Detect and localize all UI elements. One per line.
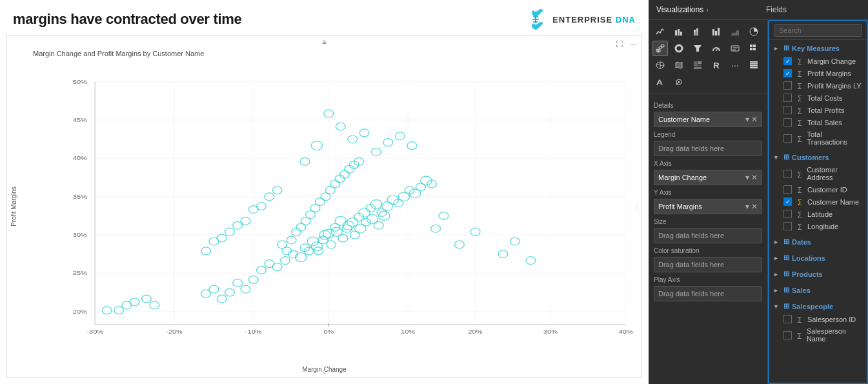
viz-icon-filled-map[interactable] bbox=[671, 57, 687, 73]
field-item-salesperson-id[interactable]: ∑ Salesperson ID bbox=[769, 313, 867, 325]
viz-icon-matrix[interactable] bbox=[746, 41, 762, 56]
viz-icon-pie[interactable] bbox=[746, 24, 762, 39]
fields-search-input[interactable] bbox=[774, 24, 862, 37]
svg-text:-30%: -30% bbox=[86, 328, 103, 335]
checkbox-total-profits[interactable] bbox=[783, 106, 792, 114]
size-drop-zone[interactable]: Drag data fields here bbox=[654, 228, 762, 243]
field-item-total-profits[interactable]: ∑ Total Profits bbox=[769, 104, 867, 116]
checkbox-latitude[interactable] bbox=[783, 210, 792, 218]
field-group-salespeople: ▾ ⊞ Salespeople ∑ Salesperson ID ∑ bbox=[769, 298, 867, 346]
fields-label: Fields bbox=[766, 5, 787, 14]
fields-tab[interactable]: Fields bbox=[758, 0, 868, 19]
viz-icon-area[interactable] bbox=[727, 24, 743, 39]
svg-text:20%: 20% bbox=[468, 328, 482, 335]
checkbox-customer-name[interactable] bbox=[783, 197, 792, 206]
field-group-header-salespeople[interactable]: ▾ ⊞ Salespeople bbox=[769, 299, 867, 313]
field-group-header-locations[interactable]: ▸ ⊞ Locations bbox=[769, 251, 867, 265]
legend-drop-zone[interactable]: Drag data fields here bbox=[654, 141, 762, 156]
viz-panel: R ··· Details Customer Name ▾ ✕ bbox=[649, 20, 768, 384]
field-group-dates: ▸ ⊞ Dates bbox=[769, 234, 867, 250]
viz-icon-r[interactable]: R bbox=[709, 57, 724, 73]
checkbox-margin-change[interactable] bbox=[783, 57, 792, 65]
viz-icon-column[interactable] bbox=[709, 24, 724, 39]
svg-rect-142 bbox=[696, 28, 698, 31]
details-field-zone[interactable]: Customer Name ▾ ✕ bbox=[654, 112, 762, 127]
field-item-profit-margins-ly[interactable]: ∑ Profit Margins LY bbox=[769, 79, 867, 92]
customers-label: Customers bbox=[792, 154, 829, 161]
svg-point-97 bbox=[209, 237, 219, 245]
svg-rect-157 bbox=[750, 45, 752, 47]
field-group-header-key-measures[interactable]: ▸ ⊞ Key Measures bbox=[769, 41, 867, 55]
field-item-longitude[interactable]: ∑ Longitude bbox=[769, 220, 867, 232]
field-group-header-products[interactable]: ▸ ⊞ Products bbox=[769, 267, 867, 281]
viz-icon-funnel[interactable] bbox=[690, 41, 705, 56]
viz-icon-format[interactable] bbox=[652, 74, 668, 90]
visualizations-tab[interactable]: Visualizations › bbox=[649, 0, 758, 19]
viz-icon-table[interactable] bbox=[746, 57, 762, 73]
field-item-customer-id[interactable]: ∑ Customer ID bbox=[769, 183, 867, 196]
focus-mode-button[interactable]: ⛶ bbox=[613, 38, 625, 50]
field-group-header-customers[interactable]: ▾ ⊞ Customers bbox=[769, 150, 867, 164]
viz-icon-treemap[interactable] bbox=[690, 57, 705, 73]
checkbox-total-transactions[interactable] bbox=[783, 134, 792, 143]
svg-point-94 bbox=[233, 221, 243, 229]
checkbox-customer-address[interactable] bbox=[783, 170, 792, 178]
field-item-customer-address[interactable]: ∑ Customer Address bbox=[769, 164, 867, 183]
checkbox-profit-margins[interactable] bbox=[783, 69, 792, 77]
field-item-total-transactions[interactable]: ∑ Total Transactions bbox=[769, 128, 867, 148]
svg-rect-170 bbox=[750, 67, 758, 68]
checkbox-salesperson-name[interactable] bbox=[783, 331, 792, 339]
field-item-profit-margins[interactable]: ∑ Profit Margins bbox=[769, 67, 867, 79]
viz-icon-card[interactable] bbox=[727, 41, 743, 56]
details-section: Details Customer Name ▾ ✕ Legend Drag da… bbox=[649, 94, 767, 308]
viz-icon-more[interactable]: ··· bbox=[727, 57, 743, 73]
viz-icon-line[interactable] bbox=[652, 24, 668, 39]
field-group-header-sales[interactable]: ▸ ⊞ Sales bbox=[769, 283, 867, 297]
field-group-header-dates[interactable]: ▸ ⊞ Dates bbox=[769, 235, 867, 248]
svg-rect-166 bbox=[694, 67, 701, 69]
viz-icon-donut[interactable] bbox=[671, 41, 687, 56]
play-drop-zone[interactable]: Drag data fields here bbox=[654, 286, 762, 301]
details-remove-btn[interactable]: ▾ ✕ bbox=[745, 115, 758, 124]
legend-placeholder: Drag data fields here bbox=[658, 145, 724, 152]
svg-rect-137 bbox=[678, 29, 680, 35]
field-item-customer-name[interactable]: ∑ Customer Name bbox=[769, 196, 867, 208]
svg-rect-136 bbox=[675, 30, 677, 35]
field-group-customers: ▾ ⊞ Customers ∑ Customer Address ∑ bbox=[769, 149, 867, 234]
x-axis-remove-btn[interactable]: ▾ ✕ bbox=[745, 173, 758, 182]
field-item-margin-change[interactable]: ∑ Margin Change bbox=[769, 55, 867, 67]
color-drop-zone[interactable]: Drag data fields here bbox=[654, 257, 762, 272]
table-icon-key-measures: ⊞ bbox=[783, 44, 789, 52]
checkbox-total-sales[interactable] bbox=[783, 118, 792, 126]
viz-icon-bar[interactable] bbox=[671, 24, 687, 39]
field-item-total-sales[interactable]: ∑ Total Sales bbox=[769, 116, 867, 128]
viz-icon-gauge[interactable] bbox=[709, 41, 724, 56]
x-axis-label: X Axis bbox=[654, 160, 762, 167]
viz-icon-stacked-bar[interactable] bbox=[690, 24, 705, 39]
checkbox-salesperson-id[interactable] bbox=[783, 315, 792, 323]
field-item-total-costs[interactable]: ∑ Total Costs bbox=[769, 92, 867, 104]
y-axis-field-zone[interactable]: Profit Margins ▾ ✕ bbox=[654, 199, 762, 214]
table-icon-products: ⊞ bbox=[783, 270, 789, 278]
viz-icon-scatter[interactable] bbox=[652, 41, 668, 56]
svg-point-131 bbox=[340, 170, 350, 178]
checkbox-total-costs[interactable] bbox=[783, 94, 792, 102]
label-salesperson-name: Salesperson Name bbox=[807, 327, 862, 343]
checkbox-longitude[interactable] bbox=[783, 222, 792, 230]
page-title: margins have contracted over time bbox=[13, 11, 241, 28]
svg-text:35%: 35% bbox=[73, 194, 87, 200]
field-item-latitude[interactable]: ∑ Latitude bbox=[769, 208, 867, 220]
viz-icon-map[interactable] bbox=[652, 57, 668, 73]
x-axis-field-zone[interactable]: Margin Change ▾ ✕ bbox=[654, 170, 762, 185]
viz-icon-analytics[interactable] bbox=[671, 74, 687, 90]
y-axis-remove-btn[interactable]: ▾ ✕ bbox=[745, 202, 758, 211]
field-item-salesperson-name[interactable]: ∑ Salesperson Name bbox=[769, 325, 867, 345]
y-axis-field-value: Profit Margins bbox=[658, 203, 702, 210]
svg-point-116 bbox=[102, 307, 112, 314]
checkbox-customer-id[interactable] bbox=[783, 185, 792, 194]
svg-point-55 bbox=[296, 253, 307, 262]
checkbox-profit-margins-ly[interactable] bbox=[783, 81, 792, 90]
more-options-button[interactable]: ··· bbox=[627, 38, 639, 50]
label-total-profits: Total Profits bbox=[807, 106, 844, 114]
svg-point-109 bbox=[455, 241, 465, 248]
